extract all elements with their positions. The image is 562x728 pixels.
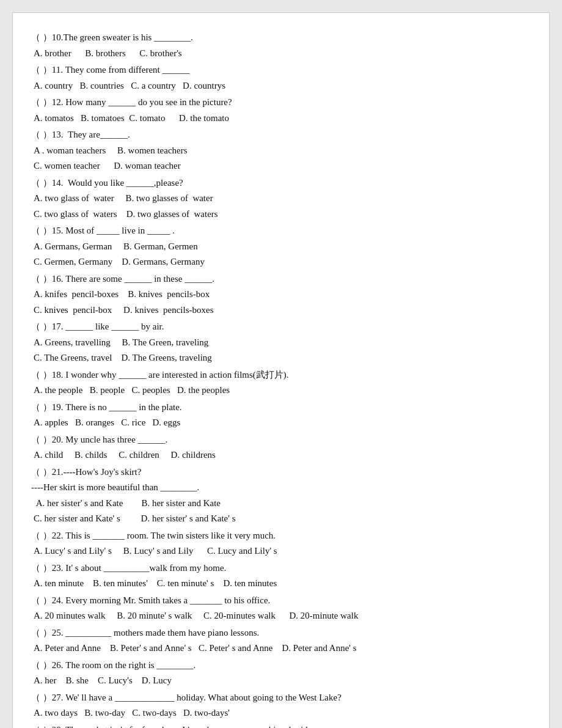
option-line: A. Peter and Anne B. Peter' s and Anne' … <box>31 641 531 656</box>
option-line: A. knifes pencil-boxes B. knives pencils… <box>31 287 531 303</box>
option-line: A. tomatos B. tomatoes C. tomato D. the … <box>31 111 531 127</box>
option-line: A. ten minute B. ten minutes' C. ten min… <box>31 576 531 592</box>
option-line: A. two glass of water B. two glasses of … <box>31 191 531 207</box>
question-block: （ ）27. We' ll have a _____________ holid… <box>31 690 531 721</box>
question-line: （ ）23. It' s about __________walk from m… <box>31 561 531 576</box>
question-line: （ ）12. How many ______ do you see in the… <box>31 95 531 111</box>
option-line: A. child B. childs C. children D. childr… <box>31 447 531 463</box>
question-line: （ ）11. They come from different ______ <box>31 62 531 78</box>
question-line: （ ）26. The room on the right is ________… <box>31 658 531 674</box>
option-line: A. apples B. oranges C. rice D. eggs <box>31 415 531 431</box>
question-line: （ ）20. My uncle has three ______. <box>31 432 531 448</box>
question-block: （ ）18. I wonder why ______ are intereste… <box>31 367 531 399</box>
question-block: （ ）15. Most of _____ live in _____ .A. G… <box>31 223 531 270</box>
question-block: （ ）23. It' s about __________walk from m… <box>31 561 531 592</box>
question-line: （ ）22. This is _______ room. The twin si… <box>31 528 531 544</box>
question-line: （ ）28. The market isn' t far from here. … <box>31 722 531 729</box>
option-line: A. country B. countries C. a country D. … <box>31 78 531 94</box>
question-line: （ ）17. ______ like ______ by air. <box>31 319 531 335</box>
question-block: （ ）12. How many ______ do you see in the… <box>31 95 531 126</box>
questions-area: （ ）10.The green sweater is his ________.… <box>31 30 531 728</box>
option-line: A . woman teachers B. women teachers <box>31 143 531 159</box>
question-line: （ ）16. There are some ______ in these __… <box>31 271 531 287</box>
question-block: （ ）10.The green sweater is his ________.… <box>31 30 531 61</box>
question-block: （ ）16. There are some ______ in these __… <box>31 271 531 318</box>
question-block: （ ）19. There is no ______ in the plate.A… <box>31 400 531 431</box>
option-line: A. Lucy' s and Lily' s B. Lucy' s and Li… <box>31 543 531 559</box>
question-block: （ ）14. Would you like ______,please?A. t… <box>31 175 531 222</box>
option-line: C. Germen, Germany D. Germans, Germany <box>31 254 531 270</box>
question-line: （ ）14. Would you like ______,please? <box>31 175 531 191</box>
question-block: （ ）25. __________ mothers made them have… <box>31 625 531 656</box>
question-line: （ ）13. They are______. <box>31 127 531 143</box>
option-line: A. Greens, travelling B. The Green, trav… <box>31 335 531 351</box>
option-line: A. 20 minutes walk B. 20 minute' s walk … <box>31 608 531 624</box>
option-line: A. two days B. two-day C. two-days D. tw… <box>31 705 531 721</box>
question-line: （ ）18. I wonder why ______ are intereste… <box>31 367 531 383</box>
option-line: A. Germans, German B. German, Germen <box>31 239 531 255</box>
option-line: A. brother B. brothers C. brother's <box>31 46 531 62</box>
question-line: （ ）24. Every morning Mr. Smith takes a _… <box>31 593 531 609</box>
page-container: （ ）10.The green sweater is his ________.… <box>12 12 550 728</box>
question-block: （ ）24. Every morning Mr. Smith takes a _… <box>31 593 531 624</box>
option-line: A. her B. she C. Lucy's D. Lucy <box>31 673 531 689</box>
question-block: （ ）21.----How's Joy's skirt?----Her skir… <box>31 465 531 527</box>
question-line: （ ）19. There is no ______ in the plate. <box>31 400 531 416</box>
option-line: C. knives pencil-box D. knives pencils-b… <box>31 303 531 318</box>
question-block: （ ）28. The market isn' t far from here. … <box>31 722 531 729</box>
option-line: C. The Greens, travel D. The Greens, tra… <box>31 350 531 366</box>
option-line: A. the people B. people C. peoples D. th… <box>31 383 531 399</box>
question-line: （ ）10.The green sweater is his ________. <box>31 30 531 46</box>
option-line: C. her sister and Kate' s D. her sister'… <box>31 511 531 527</box>
question-block: （ ）17. ______ like ______ by air.A. Gree… <box>31 319 531 366</box>
question-block: （ ）11. They come from different ______A.… <box>31 62 531 94</box>
question-block: （ ）13. They are______.A . woman teachers… <box>31 127 531 174</box>
question-line: （ ）27. We' ll have a _____________ holid… <box>31 690 531 706</box>
sub-line: ----Her skirt is more beautiful than ___… <box>31 480 531 496</box>
option-line: C. women teacher D. woman teacher <box>31 158 531 174</box>
option-line: A. her sister' s and Kate B. her sister … <box>31 496 531 512</box>
question-block: （ ）22. This is _______ room. The twin si… <box>31 528 531 559</box>
question-line: （ ）21.----How's Joy's skirt? <box>31 465 531 480</box>
question-block: （ ）26. The room on the right is ________… <box>31 658 531 689</box>
question-line: （ ）25. __________ mothers made them have… <box>31 625 531 641</box>
question-block: （ ）20. My uncle has three ______.A. chil… <box>31 432 531 463</box>
question-line: （ ）15. Most of _____ live in _____ . <box>31 223 531 239</box>
option-line: C. two glass of waters D. two glasses of… <box>31 207 531 222</box>
